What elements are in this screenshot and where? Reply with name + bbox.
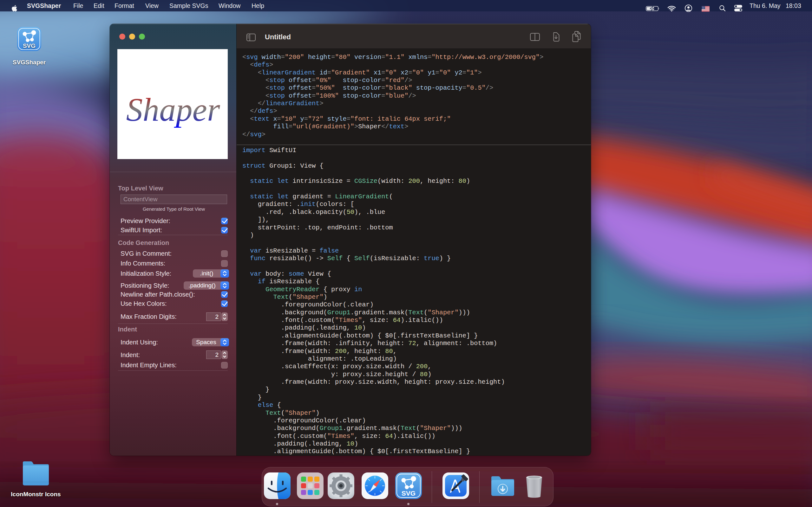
svg-text:SVG: SVG — [23, 43, 36, 49]
svg-text:Shaper: Shaper — [126, 91, 220, 128]
svg-text:SVG: SVG — [402, 490, 415, 497]
